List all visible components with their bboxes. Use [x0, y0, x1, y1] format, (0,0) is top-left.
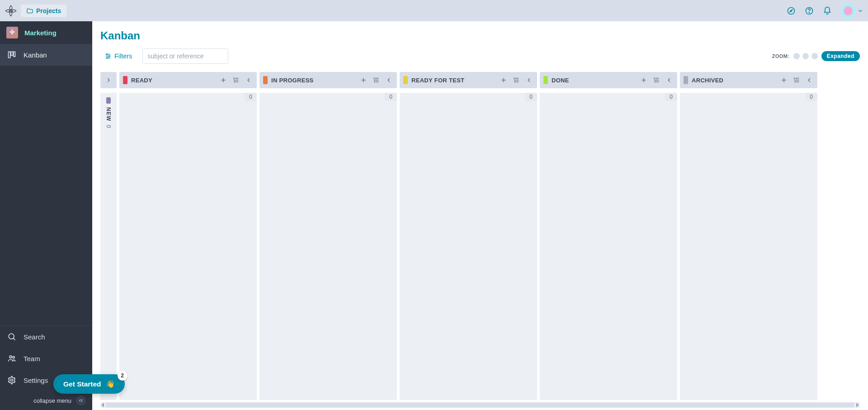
chevron-down-icon [857, 8, 863, 14]
add-card-button[interactable] [499, 76, 508, 85]
filters-label: Filters [114, 52, 132, 60]
svg-rect-6 [9, 52, 10, 57]
chevron-right-icon [104, 76, 113, 85]
column-expand-button[interactable] [100, 72, 117, 88]
column-title: ARCHIVED [692, 77, 776, 84]
column-body[interactable]: 0 [259, 93, 397, 400]
column-collapsed: NEW0 [100, 72, 117, 400]
column-color-swatch [403, 76, 408, 84]
collapse-column-button[interactable] [524, 76, 533, 85]
collapse-column-button[interactable] [244, 76, 253, 85]
folder-icon [26, 7, 33, 14]
column: READY0 [119, 72, 257, 400]
svg-point-11 [9, 356, 12, 358]
app-logo-icon[interactable] [5, 5, 17, 17]
project-icon [6, 27, 18, 38]
zoom-level-2[interactable] [802, 53, 809, 59]
column-options-button[interactable] [372, 76, 381, 85]
sidebar-item-label: Settings [24, 377, 48, 384]
column-body[interactable]: 0 [540, 93, 677, 400]
column-header: IN PROGRESS [259, 72, 397, 88]
user-menu[interactable] [841, 4, 863, 18]
svg-line-10 [13, 338, 15, 340]
sidebar-item-kanban[interactable]: Kanban [0, 44, 92, 66]
column-header: ARCHIVED [680, 72, 817, 88]
svg-marker-2 [790, 10, 793, 12]
zoom-level-3[interactable] [811, 53, 818, 59]
kanban-icon [6, 49, 17, 60]
zoom-control: ZOOM: Expanded [772, 51, 860, 61]
collapse-column-button[interactable] [384, 76, 393, 85]
search-input[interactable] [147, 52, 226, 60]
zoom-expanded-button[interactable]: Expanded [821, 51, 860, 61]
column-header: READY FOR TEST [400, 72, 537, 88]
get-started-label: Get Started [63, 380, 101, 388]
column-title: READY [131, 77, 215, 84]
projects-label: Projects [36, 7, 61, 14]
column-count: 0 [385, 93, 397, 101]
sidebar-item-team[interactable]: Team [0, 348, 92, 369]
column: DONE0 [540, 72, 677, 400]
svg-point-18 [108, 56, 110, 57]
collapse-column-button[interactable] [665, 76, 674, 85]
topbar: Projects [0, 0, 868, 21]
column-options-button[interactable] [652, 76, 661, 85]
svg-rect-7 [11, 52, 13, 55]
zoom-level-1[interactable] [793, 53, 800, 59]
zoom-label: ZOOM: [772, 53, 789, 59]
column-title: IN PROGRESS [271, 77, 355, 84]
add-card-button[interactable] [639, 76, 648, 85]
column-body[interactable]: 0 [680, 93, 817, 400]
column-color-swatch [123, 76, 127, 84]
notifications-icon[interactable] [820, 4, 835, 18]
filters-button[interactable]: Filters [100, 49, 136, 63]
column-title: NEW [105, 107, 112, 121]
column-count: 0 [245, 93, 257, 101]
svg-point-17 [106, 54, 108, 55]
discover-icon[interactable] [784, 4, 798, 18]
add-card-button[interactable] [359, 76, 368, 85]
collapse-column-button[interactable] [805, 76, 814, 85]
column-options-button[interactable] [231, 76, 241, 85]
column-header: READY [119, 72, 257, 88]
column-options-button[interactable] [512, 76, 521, 85]
column-color-swatch [543, 76, 548, 84]
sidebar-item-label: Kanban [24, 51, 47, 59]
collapse-menu[interactable]: collapse menu [0, 391, 92, 410]
column-count: 0 [665, 93, 677, 101]
column-color-swatch [106, 97, 111, 104]
get-started-badge: 2 [118, 371, 127, 381]
column-options-button[interactable] [792, 76, 801, 85]
help-icon[interactable] [802, 4, 816, 18]
svg-point-12 [13, 356, 14, 358]
toolbar: Filters ZOOM: Expanded [92, 42, 868, 72]
sidebar-item-label: Team [24, 355, 40, 362]
avatar [841, 4, 855, 18]
sidebar: Marketing Kanban Search Team [0, 21, 92, 410]
column: IN PROGRESS0 [259, 72, 397, 400]
projects-button[interactable]: Projects [21, 5, 66, 17]
horizontal-scrollbar[interactable] [100, 402, 860, 408]
column-title: READY FOR TEST [411, 77, 495, 84]
column: READY FOR TEST0 [400, 72, 537, 400]
column: ARCHIVED0 [680, 72, 817, 400]
sidebar-item-search[interactable]: Search [0, 326, 92, 348]
svg-rect-8 [14, 52, 15, 57]
svg-point-19 [107, 57, 108, 59]
search-box[interactable] [142, 48, 228, 64]
kanban-board: NEW0READY0IN PROGRESS0READY FOR TEST0DON… [92, 72, 868, 410]
chevron-double-left-icon [76, 396, 86, 405]
get-started-button[interactable]: Get Started 👋 2 [53, 374, 125, 394]
column-body[interactable]: 0 [400, 93, 537, 400]
search-icon [6, 331, 17, 342]
svg-point-4 [809, 12, 809, 13]
column-header: DONE [540, 72, 677, 88]
sidebar-item-label: Search [24, 333, 45, 341]
project-name: Marketing [24, 29, 57, 37]
add-card-button[interactable] [219, 76, 228, 85]
column-count: 0 [525, 93, 537, 101]
sidebar-project[interactable]: Marketing [0, 21, 92, 44]
column-body[interactable]: 0 [119, 93, 257, 400]
add-card-button[interactable] [779, 76, 788, 85]
svg-point-9 [9, 334, 14, 339]
